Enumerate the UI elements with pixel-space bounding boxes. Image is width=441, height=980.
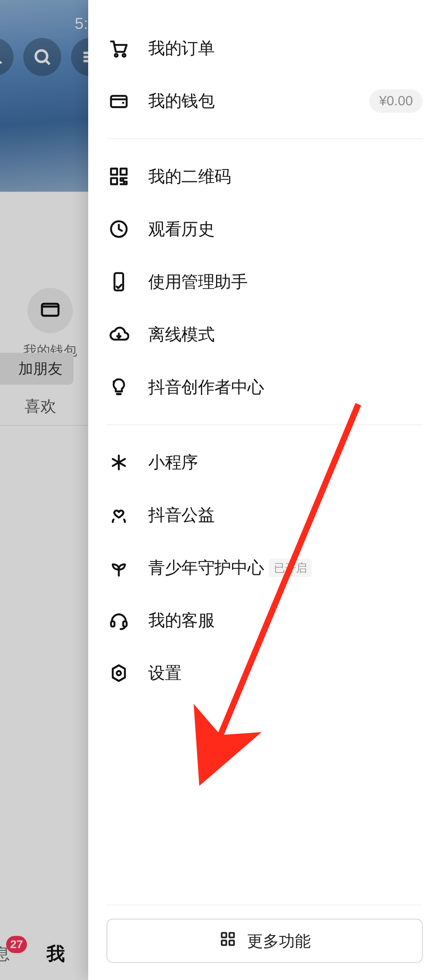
menu-item-label: 小程序 [148,452,198,474]
qrcode-icon [107,164,131,189]
menu-item-tag: 已开启 [269,559,312,577]
menu-item-label: 我的订单 [148,38,214,60]
svg-rect-7 [111,169,117,175]
menu-item-label: 离线模式 [148,323,214,345]
spark-icon [107,450,131,475]
svg-rect-18 [229,940,234,945]
menu-item-settings[interactable]: 设置 [107,647,423,699]
menu-item-teen[interactable]: 青少年守护中心已开启 [107,541,423,594]
svg-rect-5 [111,96,127,107]
menu-item-charity[interactable]: 抖音公益 [107,489,423,541]
menu-item-creator[interactable]: 抖音创作者中心 [107,361,423,414]
more-functions-button[interactable]: 更多功能 [107,919,423,963]
phone-check-icon [107,270,131,294]
menu-item-orders[interactable]: 我的订单 [107,22,423,75]
grid-icon [219,929,237,952]
menu-item-label: 我的二维码 [148,165,231,187]
menu-item-label: 观看历史 [148,218,214,240]
menu-item-wallet[interactable]: 我的钱包¥0.00 [107,75,423,127]
svg-point-14 [117,671,121,675]
svg-point-3 [115,54,118,57]
sprout-icon [107,556,131,580]
svg-point-6 [122,102,124,104]
menu-item-qrcode[interactable]: 我的二维码 [107,150,423,203]
svg-rect-9 [111,178,117,184]
clock-icon [107,217,131,241]
menu-item-label: 抖音公益 [148,504,214,526]
menu-separator [107,138,423,139]
svg-point-4 [122,54,125,57]
menu-item-value: ¥0.00 [369,89,423,113]
gear-hex-icon [107,661,131,686]
menu-item-offline[interactable]: 离线模式 [107,308,423,361]
wallet-icon [107,89,131,114]
menu-item-label: 青少年守护中心 [148,557,264,579]
cloud-download-icon [107,322,131,347]
menu-item-label: 我的客服 [148,610,214,632]
bulb-icon [107,375,131,399]
menu-item-usage[interactable]: 使用管理助手 [107,256,423,308]
more-functions-label: 更多功能 [247,930,311,952]
menu-item-label: 抖音创作者中心 [148,376,264,398]
menu-item-history[interactable]: 观看历史 [107,203,423,256]
menu-item-label: 设置 [148,662,181,684]
menu-item-support[interactable]: 我的客服 [107,594,423,647]
cart-icon [107,36,131,61]
side-drawer: 我的订单我的钱包¥0.00我的二维码观看历史使用管理助手离线模式抖音创作者中心小… [88,0,441,980]
heart-hands-icon [107,503,131,528]
svg-rect-12 [111,621,115,627]
svg-rect-17 [222,940,226,945]
menu-item-label: 使用管理助手 [148,271,247,293]
menu-item-mini[interactable]: 小程序 [107,436,423,489]
menu-separator [107,425,423,425]
svg-rect-15 [222,933,226,937]
headset-icon [107,608,131,633]
menu-item-label: 我的钱包 [148,90,214,112]
svg-rect-8 [120,169,127,175]
svg-rect-16 [229,933,234,937]
